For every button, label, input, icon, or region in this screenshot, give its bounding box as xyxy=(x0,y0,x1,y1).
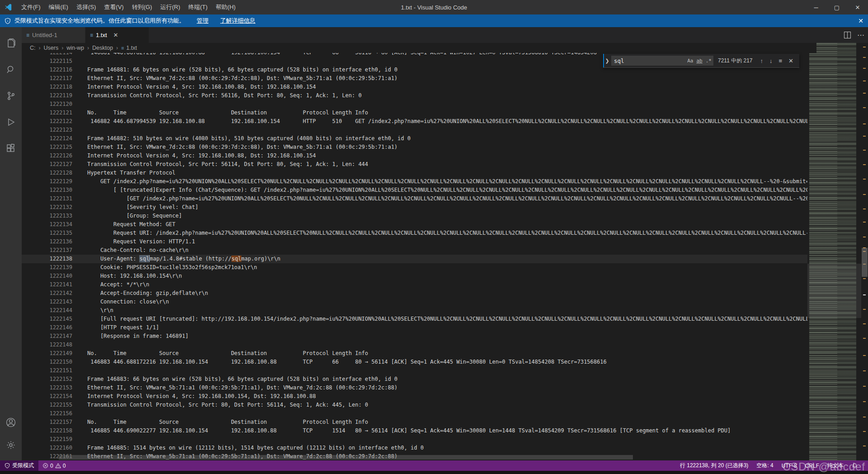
explorer-icon[interactable] xyxy=(0,33,22,54)
code-line[interactable]: 1222156 xyxy=(22,409,807,418)
code-line[interactable]: 1222124Frame 146882: 510 bytes on wire (… xyxy=(22,134,807,143)
code-line[interactable]: 1222127Transmission Control Protocol, Sr… xyxy=(22,160,807,169)
code-line[interactable]: 1222152Frame 146883: 66 bytes on wire (5… xyxy=(22,375,807,384)
account-icon[interactable] xyxy=(0,412,22,433)
maximize-button[interactable]: ▢ xyxy=(826,0,847,14)
search-icon[interactable] xyxy=(0,59,22,81)
notifications-bell-icon[interactable] xyxy=(852,463,858,469)
code-line[interactable]: 1222157No. Time Source Destination Proto… xyxy=(22,418,807,427)
close-window-button[interactable]: ✕ xyxy=(847,0,868,14)
vertical-scrollbar-thumb[interactable] xyxy=(862,248,868,277)
code-line[interactable]: 1222155Transmission Control Protocol, Sr… xyxy=(22,401,807,409)
menu-terminal[interactable]: 终端(T) xyxy=(184,0,212,14)
minimap[interactable] xyxy=(807,43,861,460)
restricted-mode-badge[interactable]: 受限模式 xyxy=(0,460,38,471)
match-case-icon[interactable]: Aa xyxy=(687,58,693,64)
run-debug-icon[interactable] xyxy=(0,111,22,133)
horizontal-scrollbar-thumb[interactable] xyxy=(59,455,633,460)
cursor-position[interactable]: 行 1222138, 列 20 (已选择3) xyxy=(680,462,748,469)
menu-view[interactable]: 查看(V) xyxy=(100,0,127,14)
breadcrumb-item-file[interactable]: 1.txt xyxy=(126,45,137,51)
code-line[interactable]: 1222142 Accept-Encoding: gzip,deflate\r\… xyxy=(22,289,807,298)
previous-match-icon[interactable]: ↑ xyxy=(760,57,764,64)
tab-1-txt[interactable]: ≡ 1.txt ✕ xyxy=(85,27,149,43)
code-line[interactable]: 1222159 xyxy=(22,435,807,444)
banner-learn-more-link[interactable]: 了解详细信息 xyxy=(220,17,255,25)
code-line[interactable]: 1222120 xyxy=(22,100,807,109)
menu-run[interactable]: 运行(R) xyxy=(156,0,184,14)
banner-close-icon[interactable]: ✕ xyxy=(858,17,863,24)
find-input[interactable]: sql Aa ab .* xyxy=(611,56,713,66)
language-mode[interactable]: 纯文本 xyxy=(827,462,844,469)
close-find-icon[interactable]: ✕ xyxy=(788,57,793,64)
code-line[interactable]: 1222143 Connection: close\r\n xyxy=(22,298,807,306)
code-line[interactable]: 1222149No. Time Source Destination Proto… xyxy=(22,349,807,358)
minimize-button[interactable]: ─ xyxy=(806,0,826,14)
code-line[interactable]: 1222125Ethernet II, Src: VMware_7d:2c:88… xyxy=(22,143,807,152)
code-line[interactable]: 1222130 [ [truncated]Expert Info (Chat/S… xyxy=(22,186,807,194)
menu-edit[interactable]: 编辑(E) xyxy=(45,0,72,14)
banner-manage-link[interactable]: 管理 xyxy=(197,17,208,25)
menu-selection[interactable]: 选择(S) xyxy=(72,0,100,14)
code-line[interactable]: 1222128Hypertext Transfer Protocol xyxy=(22,169,807,177)
restricted-mode-label: 受限模式 xyxy=(12,462,34,469)
code-line[interactable]: 1222151 xyxy=(22,366,807,375)
code-line[interactable]: 1222134 Request Method: GET xyxy=(22,220,807,229)
indentation[interactable]: 空格: 4 xyxy=(756,462,773,469)
code-line[interactable]: 1222122 146882 446.687994539 192.168.100… xyxy=(22,117,807,126)
code-line[interactable]: 1222136 Request Version: HTTP/1.1 xyxy=(22,237,807,246)
menu-help[interactable]: 帮助(H) xyxy=(212,0,240,14)
minimap-slider[interactable] xyxy=(807,264,861,318)
problems-indicator[interactable]: 0 0 xyxy=(42,463,66,469)
code-line[interactable]: 1222138 User-Agent: sqlmap/1.4.8#stable … xyxy=(22,255,807,263)
menu-file[interactable]: 文件(F) xyxy=(17,0,45,14)
code-line[interactable]: 1222118Internet Protocol Version 4, Src:… xyxy=(22,83,807,91)
breadcrumb-item[interactable]: C: xyxy=(30,45,36,51)
breadcrumb-item[interactable]: win-wp xyxy=(66,45,84,51)
code-line[interactable]: 1222119Transmission Control Protocol, Sr… xyxy=(22,91,807,100)
code-line[interactable]: 1222123 xyxy=(22,126,807,134)
code-line[interactable]: 1222160Frame 146885: 1514 bytes on wire … xyxy=(22,444,807,452)
regex-icon[interactable]: .* xyxy=(706,58,712,64)
code-line[interactable]: 1222148 xyxy=(22,341,807,349)
menu-goto[interactable]: 转到(G) xyxy=(128,0,156,14)
eol-sequence[interactable]: CRLF xyxy=(805,463,819,469)
more-actions-icon[interactable]: ⋯ xyxy=(857,31,864,39)
code-line[interactable]: 1222117Ethernet II, Src: VMware_7d:2c:88… xyxy=(22,74,807,83)
editor[interactable]: 1222114 146881 446.687827216 192.168.100… xyxy=(22,53,807,460)
code-line[interactable]: 1222137 Cache-Control: no-cache\r\n xyxy=(22,246,807,255)
next-match-icon[interactable]: ↓ xyxy=(769,57,773,64)
code-line[interactable]: 1222133 [Group: Sequence] xyxy=(22,212,807,220)
whole-word-icon[interactable]: ab xyxy=(697,58,703,64)
find-in-selection-icon[interactable]: ≡ xyxy=(779,57,783,64)
split-editor-icon[interactable] xyxy=(844,32,851,38)
code-line[interactable]: 1222126Internet Protocol Version 4, Src:… xyxy=(22,152,807,160)
code-line[interactable]: 1222145 [Full request URI [truncated]: h… xyxy=(22,315,807,323)
code-line[interactable]: 1222146 [HTTP request 1/1] xyxy=(22,323,807,332)
code-line[interactable]: 1222132 [Severity level: Chat] xyxy=(22,203,807,212)
breadcrumb-item[interactable]: Users xyxy=(44,45,59,51)
settings-gear-icon[interactable] xyxy=(0,434,22,456)
code-line[interactable]: 1222129 GET /index2.php?name=iu%27%20UNI… xyxy=(22,177,807,186)
code-line[interactable]: 1222154Internet Protocol Version 4, Src:… xyxy=(22,392,807,401)
encoding[interactable]: UTF-8 xyxy=(782,463,797,469)
code-line[interactable]: 1222139 Cookie: PHPSESSID=tuc1lel353o2f5… xyxy=(22,263,807,272)
line-text: 146881 446.687827216 192.168.100.88 192.… xyxy=(87,53,597,56)
breadcrumb-item[interactable]: Desktop xyxy=(92,45,113,51)
code-line[interactable]: 1222131 [GET /index2.php?name=iu%27%20UN… xyxy=(22,194,807,203)
line-text: Transmission Control Protocol, Src Port:… xyxy=(87,161,368,167)
code-line[interactable]: 1222140 Host: 192.168.100.154\r\n xyxy=(22,272,807,280)
code-line[interactable]: 1222147 [Response in frame: 146891] xyxy=(22,332,807,341)
code-line[interactable]: 1222150 146883 446.688172216 192.168.100… xyxy=(22,358,807,366)
code-line[interactable]: 1222121No. Time Source Destination Proto… xyxy=(22,109,807,117)
code-line[interactable]: 1222141 Accept: */*\r\n xyxy=(22,280,807,289)
tab-close-icon[interactable]: ✕ xyxy=(113,32,118,38)
toggle-replace-chevron-icon[interactable]: ❯ xyxy=(603,54,610,67)
extensions-icon[interactable] xyxy=(0,137,22,159)
tab-untitled-1[interactable]: ≡ Untitled-1 xyxy=(22,27,85,43)
code-line[interactable]: 1222153Ethernet II, Src: VMware_5b:71:a1… xyxy=(22,384,807,392)
source-control-icon[interactable] xyxy=(0,85,22,107)
code-line[interactable]: 1222144 \r\n xyxy=(22,306,807,315)
code-line[interactable]: 1222135 Request URI: /index2.php?name=iu… xyxy=(22,229,807,237)
code-line[interactable]: 1222158 146885 446.690022277 192.168.100… xyxy=(22,427,807,435)
